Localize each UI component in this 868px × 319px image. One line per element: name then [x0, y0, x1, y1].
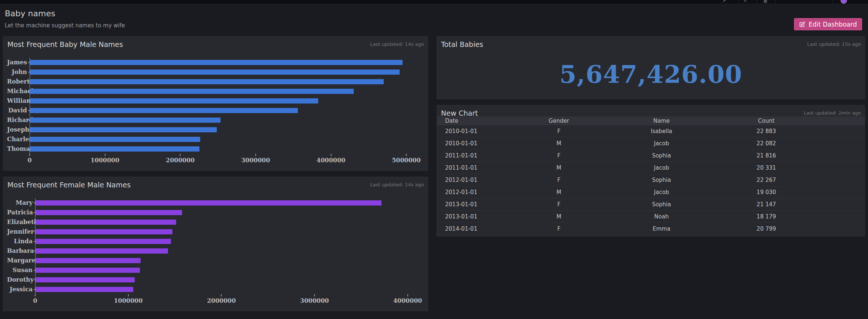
panel-title[interactable]: New Chart	[441, 109, 478, 117]
bar[interactable]	[30, 108, 298, 113]
bar[interactable]	[36, 277, 135, 282]
toolbar-divider	[775, 0, 776, 4]
bar-track	[35, 265, 424, 275]
edit-pencil-icon	[799, 21, 805, 27]
table-cell: 2012-01-01	[437, 177, 510, 183]
y-axis-category-label: Joseph	[7, 125, 27, 135]
y-axis-category-label: Elizabeth	[7, 217, 33, 227]
bar[interactable]	[36, 239, 171, 244]
x-axis-tick	[406, 154, 407, 156]
page-subtitle: Let the machine suggest names to my wife	[5, 22, 125, 29]
y-axis-category-label: Richard	[7, 115, 27, 125]
bar-track	[35, 275, 424, 285]
share-icon[interactable]: ↗	[722, 0, 726, 3]
table-row: 2011-01-01FSophia21 816	[437, 150, 865, 162]
bar-row: Dorothy	[7, 275, 424, 285]
x-axis-tick-label: 2000000	[207, 297, 236, 304]
bar-track	[35, 246, 424, 256]
table-cell: 2010-01-01	[437, 128, 510, 135]
edit-dashboard-button[interactable]: Edit Dashboard	[794, 18, 862, 30]
table-cell: 20 799	[715, 225, 817, 232]
bar-row: Thomas	[7, 144, 424, 154]
table-cell: F	[510, 225, 608, 232]
table-cell: 2012-01-01	[437, 189, 510, 196]
x-axis-tick-label: 5000000	[392, 157, 421, 164]
bar[interactable]	[36, 248, 168, 254]
bar[interactable]	[30, 127, 217, 132]
x-axis-tick-label: 1000000	[114, 297, 143, 304]
y-axis-category-label: Barbara	[7, 246, 33, 256]
y-axis-category-label: Charles	[7, 135, 27, 144]
bar[interactable]	[30, 98, 318, 103]
bar-row: John	[7, 67, 424, 77]
bar[interactable]	[30, 60, 403, 65]
last-updated-label: Last updated: 2min ago	[804, 110, 861, 116]
table-cell: 21 147	[715, 201, 817, 208]
table-cell: M	[510, 213, 608, 220]
x-axis-tick-label: 3000000	[241, 157, 270, 164]
x-axis-tick-label: 0	[33, 297, 37, 304]
bar[interactable]	[30, 69, 400, 75]
column-header-count[interactable]: Count	[715, 118, 817, 124]
column-header-date[interactable]: Date	[437, 118, 510, 124]
x-axis-tick	[221, 294, 222, 296]
bar[interactable]	[30, 89, 354, 94]
table-cell: 2013-01-01	[437, 213, 510, 220]
table-row: 2011-01-01MJacob20 331	[437, 162, 865, 174]
x-axis-tick	[29, 154, 30, 156]
bar-track	[30, 77, 424, 86]
x-axis-tick	[105, 154, 105, 156]
table-cell: M	[510, 164, 608, 171]
bar[interactable]	[30, 118, 221, 123]
y-axis-category-label: Susan	[7, 265, 33, 275]
panel-title[interactable]: Total Babies	[441, 40, 483, 48]
bar-track	[35, 285, 424, 294]
help-icon[interactable]: ◍	[764, 0, 767, 3]
table-cell: 2013-01-01	[437, 201, 510, 208]
user-avatar[interactable]	[841, 0, 847, 4]
y-axis-category-label: Michael	[7, 86, 27, 96]
bar[interactable]	[30, 146, 199, 152]
panel-total-babies: Total Babies Last updated: 15s ago 5,647…	[437, 36, 865, 99]
bar-row: Margaret	[7, 256, 424, 265]
toolbar-divider	[832, 0, 833, 4]
table-cell: M	[510, 189, 608, 196]
table-header-row: Date Gender Name Count	[437, 116, 865, 125]
bar[interactable]	[36, 229, 172, 234]
x-axis-tick	[407, 294, 408, 296]
bar-track	[35, 208, 424, 217]
column-header-gender[interactable]: Gender	[510, 118, 608, 124]
bar[interactable]	[36, 268, 140, 273]
bar-track	[35, 227, 424, 237]
x-axis: 01000000200000030000004000000	[35, 294, 424, 308]
bar-track	[35, 198, 424, 208]
apps-icon[interactable]: ⠿	[744, 0, 747, 3]
table-cell: 19 030	[715, 189, 817, 196]
bar[interactable]	[30, 79, 384, 84]
y-axis-category-label: David	[7, 106, 27, 115]
column-header-name[interactable]: Name	[608, 118, 715, 124]
table-cell: Emma	[608, 225, 715, 232]
bar-track	[30, 125, 424, 135]
bar[interactable]	[36, 258, 141, 263]
bar[interactable]	[36, 287, 133, 292]
table-cell: 20 331	[715, 164, 817, 171]
panel-title[interactable]: Most Frequent Female Male Names	[7, 181, 131, 189]
y-axis-category-label: Thomas	[7, 144, 27, 154]
x-axis: 010000002000000300000040000005000000	[30, 154, 424, 167]
bar-row: Jennifer	[7, 227, 424, 237]
bar[interactable]	[30, 137, 200, 142]
panel-title[interactable]: Most Frequent Baby Male Names	[7, 40, 123, 48]
male-names-bar-chart: JamesJohnRobertMichaelWilliamDavidRichar…	[7, 58, 424, 167]
female-names-bar-chart: MaryPatriciaElizabethJenniferLindaBarbar…	[7, 198, 424, 308]
bar[interactable]	[36, 210, 182, 215]
x-axis-tick-label: 1000000	[91, 157, 120, 164]
table-cell: 2011-01-01	[437, 164, 510, 171]
y-axis-category-label: Robert	[7, 77, 27, 86]
table-row: 2010-01-01FIsabella22 883	[437, 125, 865, 138]
bar-track	[30, 135, 424, 144]
bar[interactable]	[36, 200, 381, 206]
total-babies-value: 5,647,426.00	[437, 50, 865, 99]
table-cell: 2011-01-01	[437, 152, 510, 159]
bar[interactable]	[36, 220, 176, 225]
